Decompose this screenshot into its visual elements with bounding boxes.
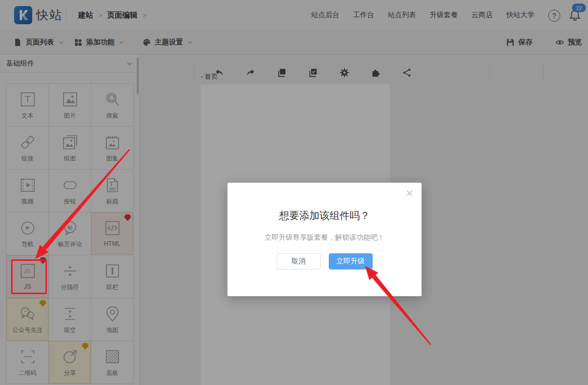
close-icon[interactable]: ✕: [405, 189, 414, 198]
dialog-subtitle: 立即升级尊享版套餐，解锁该功能吧！: [227, 233, 422, 242]
dialog-title: 想要添加该组件吗？: [227, 209, 422, 223]
app-window: 快站 建站 > 页面编辑 > 站点后台工作台站点列表升级套餐云商店快站大学 ? …: [0, 0, 588, 385]
dialog-buttons: 取消 立即升级: [227, 253, 422, 269]
js-component-highlight: [11, 259, 47, 294]
upgrade-dialog: ✕ 想要添加该组件吗？ 立即升级尊享版套餐，解锁该功能吧！ 取消 立即升级: [227, 183, 422, 296]
cancel-button[interactable]: 取消: [277, 253, 321, 269]
upgrade-now-button[interactable]: 立即升级: [329, 253, 373, 269]
